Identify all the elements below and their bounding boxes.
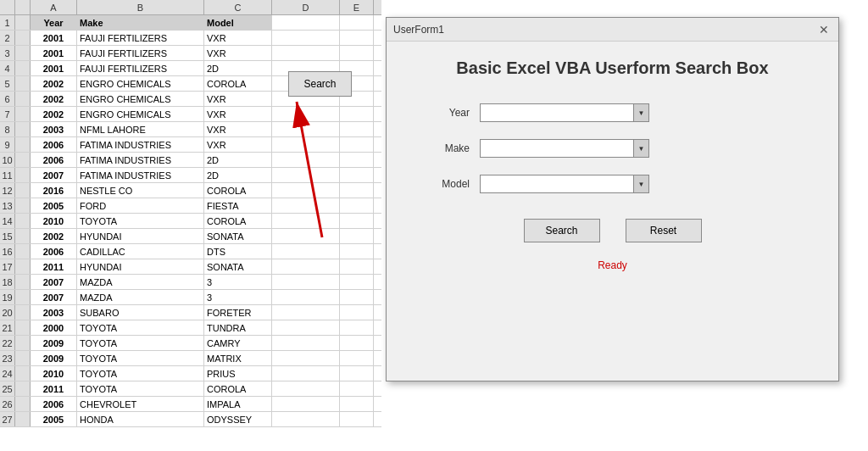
model-input[interactable]: [481, 175, 633, 192]
cell-year[interactable]: 2007: [31, 275, 77, 289]
row-number: 11: [0, 168, 15, 182]
cell-make[interactable]: TOYOTA: [77, 214, 204, 228]
cell-model[interactable]: SONATA: [204, 229, 272, 243]
cell-model[interactable]: FIESTA: [204, 198, 272, 213]
cell-e: [272, 320, 340, 335]
cell-model[interactable]: SONATA: [204, 259, 272, 274]
cell-year[interactable]: 2006: [31, 137, 77, 152]
cell-model[interactable]: COROLA: [204, 381, 272, 396]
cell-a: [15, 198, 31, 213]
excel-search-button[interactable]: Search: [288, 71, 352, 97]
cell-year[interactable]: 2009: [31, 336, 77, 350]
cell-year[interactable]: 2009: [31, 351, 77, 365]
cell-year[interactable]: 2001: [31, 31, 77, 45]
cell-year[interactable]: 2006: [31, 397, 77, 411]
cell-year[interactable]: 2001: [31, 46, 77, 60]
cell-make[interactable]: CADILLAC: [77, 244, 204, 259]
cell-make[interactable]: MAZDA: [77, 290, 204, 304]
cell-model[interactable]: DTS: [204, 244, 272, 259]
make-combobox[interactable]: ▼: [480, 139, 649, 158]
cell-make[interactable]: HYUNDAI: [77, 229, 204, 243]
cell-make[interactable]: TOYOTA: [77, 336, 204, 350]
cell-make[interactable]: TOYOTA: [77, 366, 204, 381]
cell-model[interactable]: VXR: [204, 46, 272, 60]
cell-model[interactable]: CAMRY: [204, 336, 272, 350]
cell-make[interactable]: MAZDA: [77, 275, 204, 289]
cell-model[interactable]: VXR: [204, 31, 272, 45]
cell-make[interactable]: HYUNDAI: [77, 259, 204, 274]
cell-model[interactable]: COROLA: [204, 214, 272, 228]
cell-model[interactable]: 2D: [204, 61, 272, 75]
cell-make[interactable]: TOYOTA: [77, 320, 204, 335]
cell-make[interactable]: HONDA: [77, 412, 204, 426]
cell-year[interactable]: 2000: [31, 320, 77, 335]
cell-make[interactable]: ENGRO CHEMICALS: [77, 92, 204, 106]
cell-year[interactable]: 2005: [31, 198, 77, 213]
cell-year[interactable]: 2006: [31, 153, 77, 167]
userform-close-button[interactable]: ✕: [816, 22, 832, 37]
cell-model[interactable]: PRIUS: [204, 366, 272, 381]
cell-model[interactable]: FORETER: [204, 305, 272, 320]
cell-make[interactable]: ENGRO CHEMICALS: [77, 107, 204, 121]
cell-model[interactable]: COROLA: [204, 183, 272, 198]
cell-make[interactable]: CHEVROLET: [77, 397, 204, 411]
cell-make[interactable]: NFML LAHORE: [77, 122, 204, 136]
cell-model[interactable]: MATRIX: [204, 351, 272, 365]
cell-model[interactable]: 3: [204, 275, 272, 289]
cell-model[interactable]: VXR: [204, 122, 272, 136]
cell-year[interactable]: 2006: [31, 244, 77, 259]
cell-year[interactable]: 2002: [31, 92, 77, 106]
cell-year[interactable]: 2002: [31, 76, 77, 91]
search-button[interactable]: Search: [524, 219, 600, 242]
cell-model[interactable]: TUNDRA: [204, 320, 272, 335]
cell-model[interactable]: 2D: [204, 153, 272, 167]
cell-model[interactable]: 3: [204, 290, 272, 304]
cell-year[interactable]: 2002: [31, 229, 77, 243]
cell-make[interactable]: FORD: [77, 198, 204, 213]
cell-make[interactable]: TOYOTA: [77, 381, 204, 396]
make-dropdown-arrow[interactable]: ▼: [633, 140, 648, 157]
model-dropdown-arrow[interactable]: ▼: [633, 175, 648, 192]
year-input[interactable]: [481, 104, 633, 121]
cell-make[interactable]: ENGRO CHEMICALS: [77, 76, 204, 91]
cell-make[interactable]: FAUJI FERTILIZERS: [77, 31, 204, 45]
cell-year[interactable]: 2011: [31, 259, 77, 274]
cell-make[interactable]: FAUJI FERTILIZERS: [77, 46, 204, 60]
cell-model[interactable]: ODYSSEY: [204, 412, 272, 426]
reset-button[interactable]: Reset: [626, 219, 702, 242]
cell-year[interactable]: 2010: [31, 214, 77, 228]
cell-year[interactable]: 2011: [31, 381, 77, 396]
cell-model[interactable]: VXR: [204, 107, 272, 121]
cell-year[interactable]: 2001: [31, 61, 77, 75]
cell-make[interactable]: FATIMA INDUSTRIES: [77, 153, 204, 167]
cell-model[interactable]: VXR: [204, 92, 272, 106]
year-dropdown-arrow[interactable]: ▼: [633, 104, 648, 121]
cell-year[interactable]: 2003: [31, 305, 77, 320]
cell-make[interactable]: SUBARO: [77, 305, 204, 320]
cell-year[interactable]: 2010: [31, 366, 77, 381]
cell-year[interactable]: 2016: [31, 183, 77, 198]
model-combobox[interactable]: ▼: [480, 175, 649, 193]
cell-model[interactable]: IMPALA: [204, 397, 272, 411]
cell-make[interactable]: FATIMA INDUSTRIES: [77, 168, 204, 182]
cell-make[interactable]: NESTLE CO: [77, 183, 204, 198]
cell-year[interactable]: 2005: [31, 412, 77, 426]
cell-year[interactable]: 2007: [31, 168, 77, 182]
cell-make[interactable]: TOYOTA: [77, 351, 204, 365]
cell-e: [272, 275, 340, 289]
cell-model[interactable]: Model: [204, 15, 272, 30]
cell-year[interactable]: Year: [31, 15, 77, 30]
cell-model[interactable]: COROLA: [204, 76, 272, 91]
cell-make[interactable]: Make: [77, 15, 204, 30]
cell-model[interactable]: VXR: [204, 137, 272, 152]
cell-year[interactable]: 2002: [31, 107, 77, 121]
cell-make[interactable]: FATIMA INDUSTRIES: [77, 137, 204, 152]
col-header-f: E: [340, 0, 374, 14]
cell-make[interactable]: FAUJI FERTILIZERS: [77, 61, 204, 75]
year-combobox[interactable]: ▼: [480, 103, 649, 122]
cell-year[interactable]: 2003: [31, 122, 77, 136]
cell-year[interactable]: 2007: [31, 290, 77, 304]
cell-e: [272, 305, 340, 320]
make-input[interactable]: [481, 140, 633, 157]
cell-model[interactable]: 2D: [204, 168, 272, 182]
